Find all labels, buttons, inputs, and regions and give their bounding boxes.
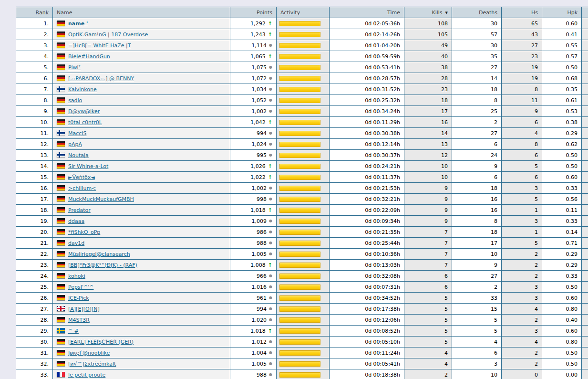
activity-cell	[277, 227, 330, 238]
kpd-cell: 2.00	[582, 73, 588, 84]
activity-bar-fill	[279, 153, 320, 158]
deaths-cell: 2	[452, 282, 502, 293]
kills-cell: 16	[404, 117, 452, 128]
table-row: 32. [и√™]Σxtrèémkalt 1,005● 0d 00:05:41h…	[16, 358, 588, 369]
trend-steady-icon: ●	[269, 153, 272, 157]
player-link[interactable]: ^ #	[68, 328, 79, 334]
player-link[interactable]: *fiShkO_oPp	[68, 229, 100, 235]
player-link[interactable]: ICE-Pick	[68, 295, 89, 301]
activity-cell	[277, 51, 330, 62]
player-link[interactable]: =]HcB[= WhItE HaZe |T	[68, 42, 131, 49]
player-link[interactable]: M4ST3R	[68, 317, 90, 323]
header-hs-link[interactable]: Hs	[531, 10, 538, 16]
player-link[interactable]: Biele#HandGun	[68, 53, 110, 60]
player-link[interactable]: MuckMuckMuckaufGMBH	[68, 196, 134, 202]
player-link[interactable]: MacciS	[68, 130, 86, 137]
player-link[interactable]: OptiK.Gam!nG | 187 Overdose	[68, 32, 148, 38]
time-cell: 0d 00:11:37h	[330, 172, 404, 183]
activity-bar-fill	[279, 54, 320, 59]
hs-cell: 5	[502, 194, 542, 205]
hpk-cell: 0.60	[542, 172, 582, 183]
rank-cell: 20.	[16, 227, 53, 238]
time-cell: 0d 00:05:10h	[330, 337, 404, 347]
player-link[interactable]: PepsI'^'^	[68, 284, 93, 290]
points-cell: 1,114●	[230, 40, 277, 51]
hs-cell: 65	[502, 18, 542, 29]
header-name: Name	[53, 7, 230, 18]
points-value: 1,026	[250, 163, 266, 169]
hpk-cell: 0.50	[542, 150, 582, 161]
activity-cell	[277, 347, 330, 358]
table-row: 29. ^ # 1,018↑ 0d 00:08:52h 5 5 3 0.60 1…	[16, 326, 588, 337]
hs-cell: 5	[502, 238, 542, 249]
player-link[interactable]: ddaaa	[68, 218, 84, 224]
activity-bar	[279, 21, 320, 26]
kpd-cell: 1.13	[582, 216, 588, 227]
activity-bar	[279, 328, 320, 334]
player-link[interactable]: Kaivinkone	[68, 86, 97, 93]
header-activity-link[interactable]: Activity	[280, 10, 300, 16]
header-hpk-link[interactable]: Hpk	[567, 10, 578, 16]
hpk-cell: 0.33	[542, 183, 582, 194]
trend-steady-icon: ●	[269, 373, 272, 377]
points-value: 1,042	[250, 119, 266, 126]
header-time-link[interactable]: Time	[387, 10, 400, 16]
points-value: 994	[257, 130, 267, 137]
player-link[interactable]: Müsliriegel@clansearch	[68, 251, 130, 257]
player-link[interactable]: [BB]°Fr3@K°''(ÐƒK) - (RAF)	[68, 262, 137, 268]
player-link[interactable]: [.::PARADOX::.] @ BENNY	[68, 75, 134, 82]
activity-cell	[277, 326, 330, 337]
table-row: 25. PepsI'^'^ 1,016● 0d 00:07:31h 6 2 3 …	[16, 282, 588, 293]
player-link[interactable]: >chillum<	[68, 185, 96, 191]
kills-cell: 5	[404, 304, 452, 315]
player-link[interactable]: Sir Whine-a-Lot	[68, 163, 108, 169]
player-link[interactable]: D@yw@lker	[68, 108, 100, 115]
kpd-cell: 1.84	[582, 29, 588, 40]
player-link[interactable]: le petit proute	[68, 372, 105, 378]
kpd-cell: 1.33	[582, 358, 588, 369]
points-cell: 1,018↑	[230, 326, 277, 337]
kpd-cell: 0.68	[582, 106, 588, 117]
header-deaths: Deaths	[452, 7, 502, 18]
time-cell: 0d 01:04:20h	[330, 40, 404, 51]
player-link[interactable]: pApA	[68, 141, 82, 147]
sort-desc-icon[interactable]: ▼	[445, 11, 448, 15]
activity-cell	[277, 172, 330, 183]
hs-cell: 6	[502, 172, 542, 183]
points-value: 988	[257, 372, 267, 378]
hpk-cell: 0.80	[542, 337, 582, 347]
player-link[interactable]: Piwi²	[68, 64, 81, 71]
points-value: 1,018	[250, 207, 266, 213]
player-link[interactable]: [и√™]Σxtrèémkalt	[68, 361, 116, 367]
activity-bar-fill	[279, 274, 320, 279]
player-link[interactable]: ЈøкęЃ@nooblike	[68, 350, 110, 356]
player-link[interactable]: ►Ṽẹṅţðx◄	[68, 174, 95, 180]
player-link[interactable]: Predator	[68, 207, 91, 213]
player-link[interactable]: name '	[68, 21, 88, 27]
hs-cell: 8	[502, 139, 542, 150]
kills-cell: 6	[404, 271, 452, 282]
hs-cell: 2	[502, 271, 542, 282]
rank-cell: 8.	[16, 95, 53, 106]
player-link[interactable]: t0tal c0ntr0L	[68, 119, 102, 126]
player-link[interactable]: sadio	[68, 97, 82, 104]
header-name-link[interactable]: Name	[57, 10, 72, 16]
player-link[interactable]: kohoki	[68, 273, 85, 279]
player-link[interactable]: [A][E][O][N]	[68, 306, 100, 312]
rank-value: 16.	[41, 185, 49, 191]
table-row: 8. sadio 1,052● 0d 00:25:32h 18 8 11 0.6…	[16, 95, 588, 106]
activity-bar	[279, 208, 320, 213]
header-kills-link[interactable]: Kills	[432, 10, 442, 16]
hs-cell: 4	[502, 128, 542, 139]
points-value: 1,022	[250, 174, 266, 180]
hpk-cell: 0.29	[542, 260, 582, 271]
de-flag-icon	[57, 207, 65, 212]
activity-cell	[277, 238, 330, 249]
header-points-link[interactable]: Points	[257, 10, 272, 16]
player-link[interactable]: Noutaja	[68, 152, 89, 158]
header-deaths-link[interactable]: Deaths	[479, 10, 497, 16]
rank-value: 19.	[41, 218, 49, 224]
trend-steady-icon: ●	[269, 362, 272, 366]
player-link[interactable]: dav1d	[68, 240, 84, 246]
player-link[interactable]: [EARL] FŁĒĬŞĆΉĒŔ (GER)	[68, 339, 134, 345]
